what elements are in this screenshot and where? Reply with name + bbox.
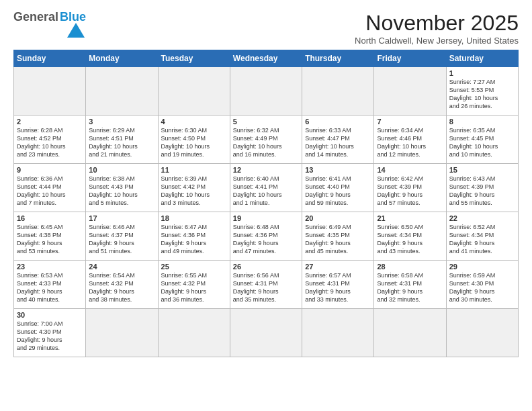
day-info: Sunrise: 6:57 AM Sunset: 4:31 PM Dayligh… xyxy=(305,271,371,304)
day-info: Sunrise: 6:41 AM Sunset: 4:40 PM Dayligh… xyxy=(305,175,371,208)
calendar-cell: 1Sunrise: 7:27 AM Sunset: 5:53 PM Daylig… xyxy=(446,67,518,116)
day-info: Sunrise: 6:40 AM Sunset: 4:41 PM Dayligh… xyxy=(233,175,299,208)
calendar-cell xyxy=(158,67,230,116)
day-info: Sunrise: 6:58 AM Sunset: 4:31 PM Dayligh… xyxy=(377,271,443,304)
day-info: Sunrise: 6:35 AM Sunset: 4:45 PM Dayligh… xyxy=(449,126,515,159)
day-info: Sunrise: 6:30 AM Sunset: 4:50 PM Dayligh… xyxy=(161,126,227,159)
day-number: 24 xyxy=(89,263,154,271)
calendar-week-row: 23Sunrise: 6:53 AM Sunset: 4:33 PM Dayli… xyxy=(14,261,519,309)
weekday-header-wednesday: Wednesday xyxy=(230,50,302,67)
day-number: 29 xyxy=(449,263,515,271)
day-number: 3 xyxy=(89,118,154,126)
calendar-page: General Blue November 2025 North Caldwel… xyxy=(0,0,532,411)
logo-general: General xyxy=(13,11,58,23)
calendar-subtitle: North Caldwell, New Jersey, United State… xyxy=(355,36,519,46)
logo: General Blue xyxy=(13,11,86,38)
calendar-cell xyxy=(302,309,374,357)
day-number: 26 xyxy=(233,263,299,271)
day-number: 8 xyxy=(449,118,515,126)
day-number: 19 xyxy=(233,214,299,222)
day-number: 12 xyxy=(233,166,299,174)
calendar-cell xyxy=(86,309,158,357)
day-number: 2 xyxy=(17,118,83,126)
calendar-cell xyxy=(374,309,446,357)
calendar-cell: 10Sunrise: 6:38 AM Sunset: 4:43 PM Dayli… xyxy=(86,164,158,212)
weekday-header-row: SundayMondayTuesdayWednesdayThursdayFrid… xyxy=(14,50,519,67)
calendar-cell: 15Sunrise: 6:43 AM Sunset: 4:39 PM Dayli… xyxy=(446,164,518,212)
day-info: Sunrise: 6:33 AM Sunset: 4:47 PM Dayligh… xyxy=(305,126,371,159)
calendar-cell xyxy=(158,309,230,357)
header: General Blue November 2025 North Caldwel… xyxy=(13,11,519,46)
calendar-cell: 19Sunrise: 6:48 AM Sunset: 4:36 PM Dayli… xyxy=(230,212,302,261)
calendar-cell: 16Sunrise: 6:45 AM Sunset: 4:38 PM Dayli… xyxy=(14,212,86,261)
day-info: Sunrise: 6:38 AM Sunset: 4:43 PM Dayligh… xyxy=(89,175,154,208)
day-info: Sunrise: 6:43 AM Sunset: 4:39 PM Dayligh… xyxy=(449,175,515,208)
calendar-week-row: 30Sunrise: 7:00 AM Sunset: 4:30 PM Dayli… xyxy=(14,309,519,357)
day-number: 28 xyxy=(377,263,443,271)
calendar-cell: 14Sunrise: 6:42 AM Sunset: 4:39 PM Dayli… xyxy=(374,164,446,212)
day-info: Sunrise: 6:47 AM Sunset: 4:36 PM Dayligh… xyxy=(161,223,227,256)
day-info: Sunrise: 6:42 AM Sunset: 4:39 PM Dayligh… xyxy=(377,175,443,208)
day-number: 16 xyxy=(17,214,83,222)
day-number: 1 xyxy=(449,69,515,77)
calendar-cell: 12Sunrise: 6:40 AM Sunset: 4:41 PM Dayli… xyxy=(230,164,302,212)
day-number: 23 xyxy=(17,263,83,271)
day-number: 9 xyxy=(17,166,83,174)
calendar-cell: 24Sunrise: 6:54 AM Sunset: 4:32 PM Dayli… xyxy=(86,261,158,309)
day-info: Sunrise: 6:55 AM Sunset: 4:32 PM Dayligh… xyxy=(161,271,227,304)
calendar-cell xyxy=(446,309,518,357)
day-number: 11 xyxy=(161,166,227,174)
calendar-cell: 11Sunrise: 6:39 AM Sunset: 4:42 PM Dayli… xyxy=(158,164,230,212)
calendar-cell: 30Sunrise: 7:00 AM Sunset: 4:30 PM Dayli… xyxy=(14,309,86,357)
day-info: Sunrise: 6:48 AM Sunset: 4:36 PM Dayligh… xyxy=(233,223,299,256)
day-info: Sunrise: 6:28 AM Sunset: 4:52 PM Dayligh… xyxy=(17,126,83,159)
day-number: 17 xyxy=(89,214,154,222)
day-info: Sunrise: 6:52 AM Sunset: 4:34 PM Dayligh… xyxy=(449,223,515,256)
day-info: Sunrise: 6:50 AM Sunset: 4:34 PM Dayligh… xyxy=(377,223,443,256)
weekday-header-monday: Monday xyxy=(86,50,158,67)
day-info: Sunrise: 6:45 AM Sunset: 4:38 PM Dayligh… xyxy=(17,223,83,256)
calendar-cell: 6Sunrise: 6:33 AM Sunset: 4:47 PM Daylig… xyxy=(302,116,374,164)
day-number: 4 xyxy=(161,118,227,126)
calendar-cell: 2Sunrise: 6:28 AM Sunset: 4:52 PM Daylig… xyxy=(14,116,86,164)
calendar-cell: 18Sunrise: 6:47 AM Sunset: 4:36 PM Dayli… xyxy=(158,212,230,261)
calendar-cell: 25Sunrise: 6:55 AM Sunset: 4:32 PM Dayli… xyxy=(158,261,230,309)
day-number: 22 xyxy=(449,214,515,222)
day-info: Sunrise: 6:46 AM Sunset: 4:37 PM Dayligh… xyxy=(89,223,154,256)
calendar-cell: 29Sunrise: 6:59 AM Sunset: 4:30 PM Dayli… xyxy=(446,261,518,309)
day-number: 6 xyxy=(305,118,371,126)
day-number: 20 xyxy=(305,214,371,222)
calendar-cell: 13Sunrise: 6:41 AM Sunset: 4:40 PM Dayli… xyxy=(302,164,374,212)
day-number: 21 xyxy=(377,214,443,222)
calendar-cell: 21Sunrise: 6:50 AM Sunset: 4:34 PM Dayli… xyxy=(374,212,446,261)
calendar-cell: 7Sunrise: 6:34 AM Sunset: 4:46 PM Daylig… xyxy=(374,116,446,164)
weekday-header-sunday: Sunday xyxy=(14,50,86,67)
calendar-cell: 22Sunrise: 6:52 AM Sunset: 4:34 PM Dayli… xyxy=(446,212,518,261)
day-number: 7 xyxy=(377,118,443,126)
calendar-cell xyxy=(230,309,302,357)
calendar-cell: 5Sunrise: 6:32 AM Sunset: 4:49 PM Daylig… xyxy=(230,116,302,164)
calendar-cell: 27Sunrise: 6:57 AM Sunset: 4:31 PM Dayli… xyxy=(302,261,374,309)
calendar-title: November 2025 xyxy=(355,11,519,36)
day-info: Sunrise: 6:53 AM Sunset: 4:33 PM Dayligh… xyxy=(17,271,83,304)
calendar-cell xyxy=(14,67,86,116)
day-number: 27 xyxy=(305,263,371,271)
calendar-week-row: 2Sunrise: 6:28 AM Sunset: 4:52 PM Daylig… xyxy=(14,116,519,164)
calendar-week-row: 16Sunrise: 6:45 AM Sunset: 4:38 PM Dayli… xyxy=(14,212,519,261)
day-info: Sunrise: 6:59 AM Sunset: 4:30 PM Dayligh… xyxy=(449,271,515,304)
calendar-cell xyxy=(230,67,302,116)
calendar-cell xyxy=(374,67,446,116)
weekday-header-thursday: Thursday xyxy=(302,50,374,67)
calendar-cell: 3Sunrise: 6:29 AM Sunset: 4:51 PM Daylig… xyxy=(86,116,158,164)
day-number: 30 xyxy=(17,311,83,319)
day-number: 15 xyxy=(449,166,515,174)
calendar-cell: 9Sunrise: 6:36 AM Sunset: 4:44 PM Daylig… xyxy=(14,164,86,212)
calendar-week-row: 1Sunrise: 7:27 AM Sunset: 5:53 PM Daylig… xyxy=(14,67,519,116)
logo-blue: Blue xyxy=(60,11,86,23)
day-number: 10 xyxy=(89,166,154,174)
calendar-cell xyxy=(302,67,374,116)
calendar-cell xyxy=(86,67,158,116)
day-info: Sunrise: 6:36 AM Sunset: 4:44 PM Dayligh… xyxy=(17,175,83,208)
day-info: Sunrise: 6:49 AM Sunset: 4:35 PM Dayligh… xyxy=(305,223,371,256)
day-info: Sunrise: 6:54 AM Sunset: 4:32 PM Dayligh… xyxy=(89,271,154,304)
